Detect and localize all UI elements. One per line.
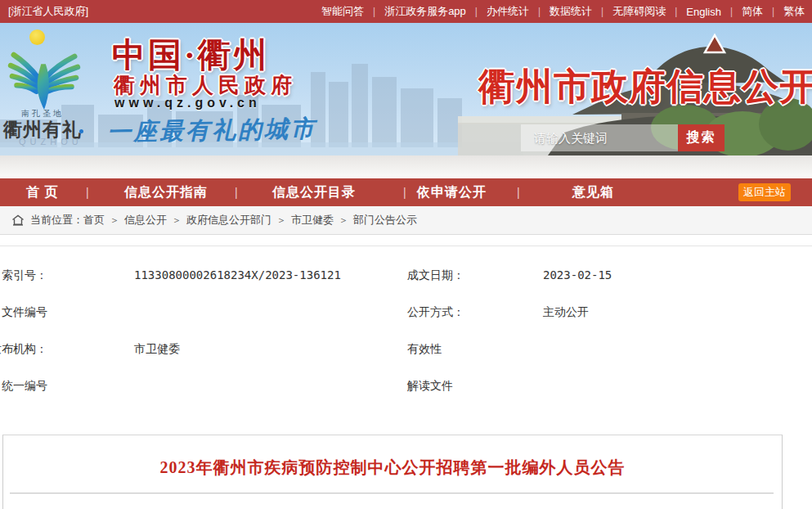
top-utility-bar: [浙江省人民政府] 智能问答 | 浙江政务服务app | 办件统计 | 数据统计… xyxy=(0,0,812,23)
search-button[interactable]: 搜索 xyxy=(678,124,725,151)
header-banner: 南孔圣地 衢州有礼 QUZHOU 中国·衢州 衢州市人民政府 www.qz.go… xyxy=(0,23,812,155)
meta-label-issuing-agency: 发布机构： xyxy=(0,342,47,357)
meta-label-disclosure-method: 公开方式： xyxy=(407,305,464,320)
site-slogan: 一座最有礼的城市 xyxy=(107,113,317,149)
nav-item-apply-disclosure[interactable]: 依申请公开 xyxy=(417,178,487,206)
sun-icon xyxy=(29,29,45,45)
top-link-english[interactable]: English xyxy=(686,6,721,18)
logo-subtitle: QUZHOU xyxy=(19,137,83,146)
top-menu-divider: | xyxy=(772,6,774,17)
top-link-data-stats[interactable]: 数据统计 xyxy=(550,4,592,19)
top-link-case-stats[interactable]: 办件统计 xyxy=(487,4,529,19)
home-icon[interactable] xyxy=(11,214,25,226)
breadcrumb-separator: ＞ xyxy=(172,214,182,227)
breadcrumb-separator: ＞ xyxy=(110,214,119,227)
top-menu-divider: | xyxy=(475,6,478,17)
provincial-gov-link[interactable]: [浙江省人民政府] xyxy=(8,0,88,23)
banner-fade-strip xyxy=(0,155,812,178)
breadcrumb: 当前位置： 首页 ＞ 信息公开 ＞ 政府信息公开部门 ＞ 市卫健委 ＞ 部门公告… xyxy=(11,206,417,234)
top-link-service-app[interactable]: 浙江政务服务app xyxy=(384,4,466,19)
breadcrumb-health-commission[interactable]: 市卫健委 xyxy=(291,213,334,227)
meta-label-index-number: 索引号： xyxy=(0,268,47,283)
nav-item-disclosure-guide[interactable]: 信息公开指南 xyxy=(124,178,208,206)
breadcrumb-home[interactable]: 首页 xyxy=(83,213,105,227)
top-menu-divider: | xyxy=(601,6,603,17)
breadcrumb-prefix: 当前位置： xyxy=(30,213,83,227)
page: [浙江省人民政府] 智能问答 | 浙江政务服务app | 办件统计 | 数据统计… xyxy=(0,0,812,509)
breadcrumb-separator: ＞ xyxy=(339,214,348,227)
top-link-accessibility[interactable]: 无障碍阅读 xyxy=(612,4,666,19)
nav-divider: | xyxy=(403,185,406,200)
top-link-smart-qa[interactable]: 智能问答 xyxy=(321,4,364,19)
breadcrumb-bar: 当前位置： 首页 ＞ 信息公开 ＞ 政府信息公开部门 ＞ 市卫健委 ＞ 部门公告… xyxy=(0,206,812,235)
site-logo[interactable]: 南孔圣地 衢州有礼 QUZHOU xyxy=(0,26,90,155)
breadcrumb-disclosure[interactable]: 信息公开 xyxy=(124,213,167,227)
nav-divider: | xyxy=(86,185,89,200)
meta-label-unified-number: 统一编号 xyxy=(0,379,47,394)
nav-item-home[interactable]: 首 页 xyxy=(26,178,58,206)
top-menu: 智能问答 | 浙江政务服务app | 办件统计 | 数据统计 | 无障碍阅读 |… xyxy=(321,0,805,23)
nav-divider: | xyxy=(235,185,238,200)
main-nav: 首 页 | 信息公开指南 | 信息公开目录 | 依申请公开 | 意见箱 返回主站 xyxy=(0,178,812,206)
top-menu-divider: | xyxy=(675,6,677,17)
top-link-simplified[interactable]: 简体 xyxy=(742,4,763,19)
top-menu-divider: | xyxy=(730,6,733,17)
search-input[interactable] xyxy=(521,124,678,151)
breadcrumb-departments[interactable]: 政府信息公开部门 xyxy=(186,213,271,227)
meta-value-disclosure-method: 主动公开 xyxy=(543,305,589,320)
nav-divider: | xyxy=(517,185,520,200)
meta-label-validity: 有效性 xyxy=(407,342,442,357)
top-menu-divider: | xyxy=(373,6,375,17)
meta-value-issue-date: 2023-02-15 xyxy=(543,268,612,282)
article-title-divider xyxy=(10,493,774,494)
hands-logo-icon xyxy=(5,44,83,110)
meta-top-divider xyxy=(0,245,812,246)
site-url[interactable]: www.qz.gov.cn xyxy=(114,96,261,110)
top-link-traditional[interactable]: 繁体 xyxy=(783,4,805,19)
nav-item-suggestion-box[interactable]: 意见箱 xyxy=(572,178,614,206)
meta-label-document-number: 文件编号 xyxy=(0,305,47,320)
meta-label-interpretation-file: 解读文件 xyxy=(407,379,453,394)
meta-value-issuing-agency: 市卫健委 xyxy=(134,342,180,357)
nav-item-disclosure-catalog[interactable]: 信息公开目录 xyxy=(272,178,356,206)
logo-dot xyxy=(79,129,83,133)
article-title: 2023年衢州市疾病预防控制中心公开招聘第一批编外人员公告 xyxy=(3,435,782,479)
page-title: 衢州市政府信息公开 xyxy=(478,62,812,111)
top-menu-divider: | xyxy=(538,6,541,17)
back-to-main-site-button[interactable]: 返回主站 xyxy=(738,183,791,201)
breadcrumb-announcements[interactable]: 部门公告公示 xyxy=(353,213,417,227)
meta-value-index-number: 11330800002618234X/2023-136121 xyxy=(134,268,341,282)
meta-label-issue-date: 成文日期： xyxy=(407,268,464,283)
breadcrumb-separator: ＞ xyxy=(276,214,286,227)
article-container: 2023年衢州市疾病预防控制中心公开招聘第一批编外人员公告 xyxy=(2,435,783,509)
